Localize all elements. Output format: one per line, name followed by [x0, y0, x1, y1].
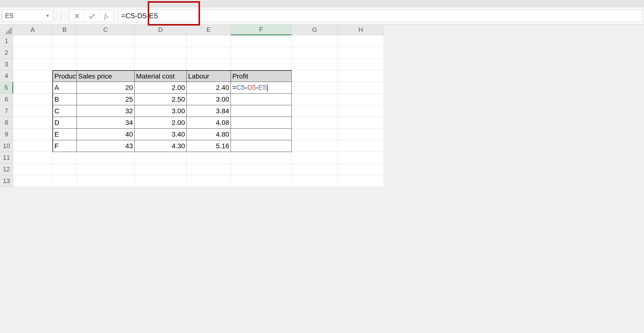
cell-G13[interactable]: [292, 175, 338, 187]
cell-H2[interactable]: [338, 47, 384, 58]
cell-C10[interactable]: 43: [77, 140, 135, 152]
cell-C12[interactable]: [77, 164, 135, 175]
cell-F10[interactable]: [231, 140, 292, 152]
row-header-2[interactable]: 2: [0, 47, 13, 58]
cell-F6[interactable]: [231, 94, 292, 105]
cell-A9[interactable]: [13, 128, 52, 140]
cell-E8[interactable]: 4.08: [187, 117, 231, 128]
cell-H10[interactable]: [338, 140, 384, 152]
col-header-G[interactable]: G: [292, 24, 338, 35]
cell-D7[interactable]: 3.00: [135, 105, 187, 117]
cell-H4[interactable]: [338, 70, 384, 82]
cell-B9[interactable]: E: [52, 128, 77, 140]
cell-F9[interactable]: [231, 128, 292, 140]
cell-G4[interactable]: [292, 70, 338, 82]
cell-C5[interactable]: 20: [77, 82, 135, 94]
col-header-A[interactable]: A: [13, 24, 52, 35]
cell-F3[interactable]: [231, 58, 292, 70]
cell-B11[interactable]: [52, 152, 77, 164]
cell-E1[interactable]: [187, 35, 231, 47]
cell-E10[interactable]: 5.16: [187, 140, 231, 152]
cell-G11[interactable]: [292, 152, 338, 164]
cell-D1[interactable]: [135, 35, 187, 47]
cell-F1[interactable]: [231, 35, 292, 47]
cell-A3[interactable]: [13, 58, 52, 70]
cell-D12[interactable]: [135, 164, 187, 175]
cell-B1[interactable]: [52, 35, 77, 47]
cell-A10[interactable]: [13, 140, 52, 152]
col-header-B[interactable]: B: [52, 24, 77, 35]
cell-F2[interactable]: [231, 47, 292, 58]
row-header-10[interactable]: 10: [0, 140, 13, 152]
cell-B10[interactable]: F: [52, 140, 77, 152]
cell-E4[interactable]: Labour: [187, 70, 231, 82]
cell-C8[interactable]: 34: [77, 117, 135, 128]
row-header-13[interactable]: 13: [0, 175, 13, 187]
cell-E7[interactable]: 3.84: [187, 105, 231, 117]
cell-G3[interactable]: [292, 58, 338, 70]
cell-H11[interactable]: [338, 152, 384, 164]
cell-A1[interactable]: [13, 35, 52, 47]
cancel-button[interactable]: [70, 10, 84, 22]
cell-D5[interactable]: 2.00: [135, 82, 187, 94]
cell-A13[interactable]: [13, 175, 52, 187]
cell-H3[interactable]: [338, 58, 384, 70]
cell-C4[interactable]: Sales price: [77, 70, 135, 82]
cell-E12[interactable]: [187, 164, 231, 175]
row-header-1[interactable]: 1: [0, 35, 13, 47]
cell-B3[interactable]: [52, 58, 77, 70]
cell-D10[interactable]: 4.30: [135, 140, 187, 152]
cell-C6[interactable]: 25: [77, 94, 135, 105]
cell-B8[interactable]: D: [52, 117, 77, 128]
cell-G7[interactable]: [292, 105, 338, 117]
cell-C3[interactable]: [77, 58, 135, 70]
col-header-C[interactable]: C: [77, 24, 135, 35]
name-box[interactable]: E5 ▼: [2, 10, 53, 22]
select-all-button[interactable]: [0, 24, 13, 35]
cell-G6[interactable]: [292, 94, 338, 105]
cell-F11[interactable]: [231, 152, 292, 164]
cell-A6[interactable]: [13, 94, 52, 105]
row-header-4[interactable]: 4: [0, 70, 13, 82]
cell-A8[interactable]: [13, 117, 52, 128]
col-header-E[interactable]: E: [187, 24, 231, 35]
cell-F8[interactable]: [231, 117, 292, 128]
cell-C13[interactable]: [77, 175, 135, 187]
cell-E11[interactable]: [187, 152, 231, 164]
row-header-8[interactable]: 8: [0, 117, 13, 128]
cell-G8[interactable]: [292, 117, 338, 128]
cell-H9[interactable]: [338, 128, 384, 140]
cell-H12[interactable]: [338, 164, 384, 175]
cell-C11[interactable]: [77, 152, 135, 164]
cell-C7[interactable]: 32: [77, 105, 135, 117]
chevron-down-icon[interactable]: ▼: [46, 13, 50, 18]
cell-D13[interactable]: [135, 175, 187, 187]
row-header-9[interactable]: 9: [0, 128, 13, 140]
cell-F12[interactable]: [231, 164, 292, 175]
cell-C9[interactable]: 40: [77, 128, 135, 140]
cell-E3[interactable]: [187, 58, 231, 70]
row-header-12[interactable]: 12: [0, 164, 13, 175]
row-header-6[interactable]: 6: [0, 94, 13, 105]
row-header-3[interactable]: 3: [0, 58, 13, 70]
cell-G12[interactable]: [292, 164, 338, 175]
cell-D9[interactable]: 3.40: [135, 128, 187, 140]
cell-B13[interactable]: [52, 175, 77, 187]
cell-A7[interactable]: [13, 105, 52, 117]
row-header-5[interactable]: 5: [0, 82, 13, 94]
cell-G9[interactable]: [292, 128, 338, 140]
cell-H6[interactable]: [338, 94, 384, 105]
cell-A2[interactable]: [13, 47, 52, 58]
cell-B12[interactable]: [52, 164, 77, 175]
cell-E13[interactable]: [187, 175, 231, 187]
cell-B7[interactable]: C: [52, 105, 77, 117]
enter-button[interactable]: [84, 10, 99, 22]
cell-B5[interactable]: A: [52, 82, 77, 94]
cell-B2[interactable]: [52, 47, 77, 58]
cell-F4[interactable]: Profit: [231, 70, 292, 82]
cell-D11[interactable]: [135, 152, 187, 164]
formula-input[interactable]: [121, 12, 640, 20]
cell-A12[interactable]: [13, 164, 52, 175]
cell-E6[interactable]: 3.00: [187, 94, 231, 105]
cell-D2[interactable]: [135, 47, 187, 58]
